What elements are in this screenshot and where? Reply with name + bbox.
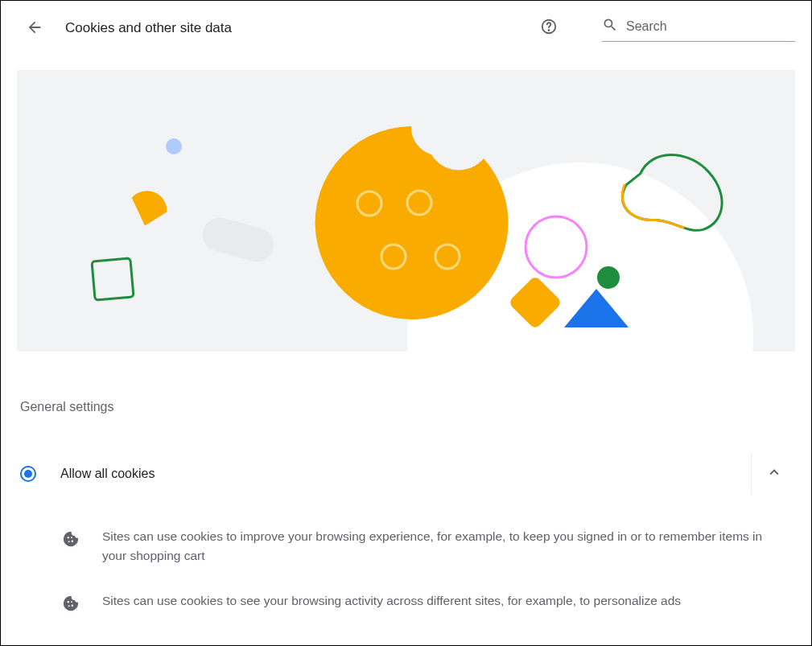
detail-item: Sites can use cookies to see your browsi… bbox=[62, 591, 792, 615]
svg-rect-9 bbox=[199, 214, 278, 265]
svg-point-13 bbox=[68, 537, 69, 538]
option-details: Sites can use cookies to improve your br… bbox=[1, 527, 811, 615]
arrow-left-icon bbox=[26, 19, 43, 39]
cookie-icon bbox=[62, 527, 80, 551]
search-input[interactable] bbox=[624, 19, 795, 35]
detail-text: Sites can use cookies to see your browsi… bbox=[102, 591, 681, 611]
svg-point-16 bbox=[71, 537, 72, 538]
help-circle-icon bbox=[540, 18, 558, 39]
cookie-icon bbox=[62, 591, 80, 615]
option-allow-all-label: Allow all cookies bbox=[60, 467, 746, 481]
search-icon bbox=[602, 17, 618, 36]
detail-item: Sites can use cookies to improve your br… bbox=[62, 527, 792, 566]
svg-point-14 bbox=[72, 541, 73, 542]
help-button[interactable] bbox=[534, 14, 563, 43]
detail-text: Sites can use cookies to improve your br… bbox=[102, 527, 778, 566]
svg-point-7 bbox=[166, 138, 182, 154]
radio-allow-all[interactable] bbox=[20, 466, 36, 482]
chevron-up-icon bbox=[765, 463, 783, 484]
page-title: Cookies and other site data bbox=[65, 20, 232, 36]
svg-point-18 bbox=[72, 605, 73, 607]
section-label-general: General settings bbox=[20, 400, 811, 414]
expand-toggle[interactable] bbox=[756, 456, 792, 492]
svg-point-19 bbox=[68, 605, 70, 607]
svg-rect-8 bbox=[92, 258, 134, 300]
header-bar: Cookies and other site data bbox=[1, 1, 811, 52]
svg-point-1 bbox=[548, 30, 550, 31]
svg-point-15 bbox=[68, 541, 70, 542]
option-allow-all-cookies[interactable]: Allow all cookies bbox=[1, 438, 811, 509]
svg-point-17 bbox=[68, 601, 69, 603]
option-divider bbox=[751, 453, 752, 495]
search-field-container[interactable] bbox=[602, 15, 795, 42]
hero-illustration bbox=[17, 70, 795, 352]
svg-point-11 bbox=[597, 266, 620, 289]
svg-point-20 bbox=[71, 601, 72, 603]
back-button[interactable] bbox=[20, 14, 49, 43]
